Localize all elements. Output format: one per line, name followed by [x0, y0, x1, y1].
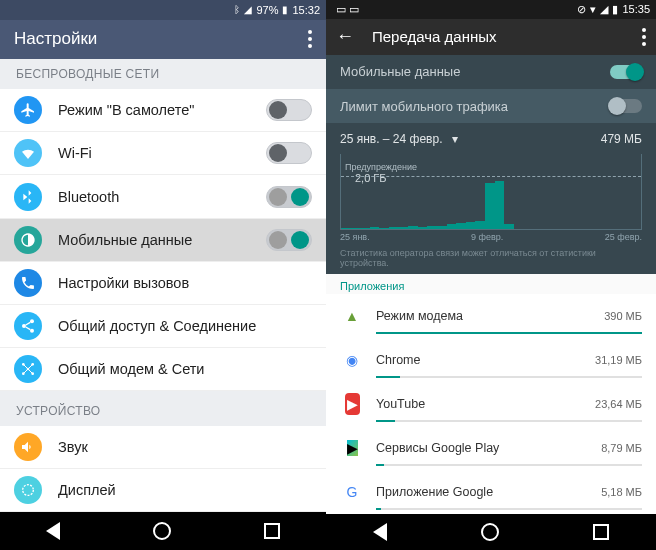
app-icon: ▶ [340, 392, 364, 416]
mobile-data-icon [14, 226, 42, 254]
app-usage-bar [376, 420, 642, 422]
airplane-toggle[interactable] [266, 99, 312, 121]
row-label: Звук [58, 439, 312, 455]
row-bluetooth[interactable]: Bluetooth [0, 175, 326, 218]
section-header-wireless: БЕСПРОВОДНЫЕ СЕТИ [0, 59, 326, 89]
apps-list: ▲Режим модема390 МБ◉Chrome31,19 МБ▶YouTu… [326, 294, 656, 514]
hub-icon [14, 355, 42, 383]
notification-icon: ▭ [349, 3, 359, 16]
nav-home-button[interactable] [153, 522, 171, 540]
date-range-row[interactable]: 25 янв. – 24 февр. ▾ 479 МБ [326, 123, 656, 154]
nav-home-button[interactable] [481, 523, 499, 541]
row-wifi[interactable]: Wi-Fi [0, 132, 326, 175]
row-label: Режим "В самолете" [58, 102, 266, 118]
status-time: 15:32 [292, 4, 320, 16]
battery-icon: ▮ [282, 4, 288, 15]
app-icon: G [340, 480, 364, 504]
app-usage-bar [376, 376, 642, 378]
app-usage: 5,18 МБ [601, 486, 642, 498]
row-sound[interactable]: Звук [0, 426, 326, 469]
nav-recents-button[interactable] [264, 523, 280, 539]
chart-bars [341, 169, 641, 229]
apps-section-header: Приложения [326, 274, 656, 294]
row-modem-networks[interactable]: Общий модем & Сети [0, 348, 326, 391]
app-bar: Настройки [0, 20, 326, 59]
do-not-disturb-icon: ⊘ [577, 3, 586, 16]
status-time: 15:35 [622, 3, 650, 15]
date-range: 25 янв. – 24 февр. [340, 132, 442, 146]
mobile-data-toggle[interactable] [266, 229, 312, 251]
total-usage: 479 МБ [601, 132, 642, 146]
app-icon: ▲ [340, 304, 364, 328]
left-phone: ᛒ ◢ 97% ▮ 15:32 Настройки БЕСПРОВОДНЫЕ С… [0, 0, 326, 550]
airplane-icon [14, 96, 42, 124]
notification-icon: ▭ [336, 3, 346, 16]
display-icon [14, 476, 42, 504]
wifi-toggle[interactable] [266, 142, 312, 164]
data-limit-switch[interactable] [610, 99, 642, 113]
row-label: Bluetooth [58, 189, 266, 205]
status-bar: ᛒ ◢ 97% ▮ 15:32 [0, 0, 326, 20]
app-name: YouTube [376, 397, 583, 411]
row-call-settings[interactable]: Настройки вызовов [0, 262, 326, 305]
nav-bar [326, 514, 656, 550]
app-usage: 23,64 МБ [595, 398, 642, 410]
app-name: Сервисы Google Play [376, 441, 589, 455]
usage-chart[interactable]: Предупреждение 2,0 ГБ 25 янв. 9 февр. 25… [326, 154, 656, 246]
app-row[interactable]: ▶YouTube23,64 МБ [326, 382, 656, 426]
page-title: Настройки [14, 29, 97, 49]
signal-icon: ◢ [244, 4, 252, 15]
app-name: Chrome [376, 353, 583, 367]
row-label: Дисплей [58, 482, 312, 498]
app-icon: ◉ [340, 348, 364, 372]
chart-x-axis: 25 янв. 9 февр. 25 февр. [340, 230, 642, 242]
row-share-connect[interactable]: Общий доступ & Соединение [0, 305, 326, 348]
dropdown-icon[interactable]: ▾ [452, 132, 458, 146]
svg-point-1 [22, 324, 26, 328]
nav-back-button[interactable] [46, 522, 60, 540]
app-row[interactable]: ◉Chrome31,19 МБ [326, 338, 656, 382]
row-label: Wi-Fi [58, 145, 266, 161]
app-row[interactable]: ▲Режим модема390 МБ [326, 294, 656, 338]
svg-point-2 [30, 328, 34, 332]
row-label: Общий модем & Сети [58, 361, 312, 377]
phone-icon [14, 269, 42, 297]
row-airplane[interactable]: Режим "В самолете" [0, 89, 326, 132]
row-label: Настройки вызовов [58, 275, 312, 291]
nav-bar [0, 512, 326, 550]
battery-icon: ▮ [612, 3, 618, 16]
mobile-data-toggle-row[interactable]: Мобильные данные [326, 55, 656, 89]
app-row[interactable]: ▶Сервисы Google Play8,79 МБ [326, 426, 656, 470]
app-icon: ▶ [340, 436, 364, 460]
app-usage-bar [376, 508, 642, 510]
battery-pct: 97% [256, 4, 278, 16]
bluetooth-icon [14, 183, 42, 211]
app-row[interactable]: GПриложение Google5,18 МБ [326, 470, 656, 514]
page-title: Передача данных [372, 28, 624, 45]
data-limit-toggle-row[interactable]: Лимит мобильного трафика [326, 89, 656, 123]
row-label: Общий доступ & Соединение [58, 318, 312, 334]
row-mobile-data[interactable]: Мобильные данные [0, 219, 326, 262]
app-bar: ← Передача данных [326, 19, 656, 55]
bluetooth-toggle[interactable] [266, 186, 312, 208]
nav-recents-button[interactable] [593, 524, 609, 540]
overflow-menu-icon[interactable] [642, 28, 646, 46]
speaker-icon [14, 433, 42, 461]
share-icon [14, 312, 42, 340]
right-phone: ▭▭ ⊘ ▾ ◢ ▮ 15:35 ← Передача данных Мобил… [326, 0, 656, 550]
disclaimer-text: Статистика оператора связи может отличат… [326, 246, 656, 274]
app-usage-bar [376, 464, 642, 466]
overflow-menu-icon[interactable] [308, 30, 312, 48]
app-usage: 31,19 МБ [595, 354, 642, 366]
app-name: Приложение Google [376, 485, 589, 499]
app-usage-bar [376, 332, 642, 334]
signal-icon: ◢ [600, 3, 608, 16]
app-usage: 390 МБ [604, 310, 642, 322]
nav-back-button[interactable] [373, 523, 387, 541]
back-button[interactable]: ← [336, 26, 354, 47]
svg-point-0 [30, 319, 34, 323]
wifi-icon: ▾ [590, 3, 596, 16]
row-display[interactable]: Дисплей [0, 469, 326, 512]
row-label: Мобильные данные [58, 232, 266, 248]
mobile-data-switch[interactable] [610, 65, 642, 79]
